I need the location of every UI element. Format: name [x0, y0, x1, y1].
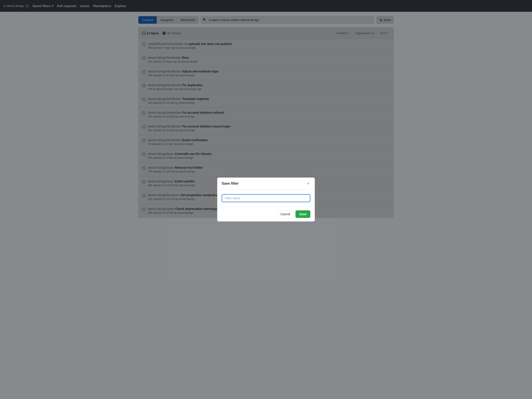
- modal-footer: Cancel Save: [217, 207, 315, 222]
- filter-name-input[interactable]: [222, 194, 310, 202]
- modal-body: [217, 190, 315, 207]
- modal-cancel-button[interactable]: Cancel: [277, 210, 294, 218]
- modal-save-button[interactable]: Save: [296, 210, 310, 218]
- modal-overlay[interactable]: Save filter × Cancel Save: [0, 0, 532, 222]
- modal-close-button[interactable]: ×: [306, 181, 310, 186]
- modal-header: Save filter ×: [217, 177, 315, 190]
- save-filter-modal: Save filter × Cancel Save: [217, 177, 315, 222]
- modal-title: Save filter: [222, 182, 239, 185]
